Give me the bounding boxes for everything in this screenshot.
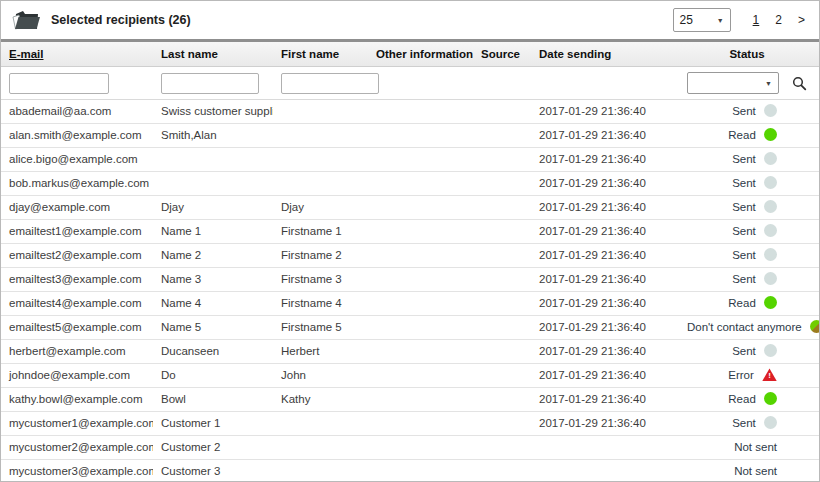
cell-status: Sent [679, 412, 819, 436]
cell-status: Not sent [679, 460, 819, 482]
cell-email: alan.smith@example.com [1, 124, 153, 148]
cell-status: Sent [679, 100, 819, 124]
page-size-select[interactable]: 25 ▼ [673, 8, 731, 32]
cell-other-informations [368, 412, 473, 436]
status-icon [764, 224, 777, 237]
cell-other-informations [368, 364, 473, 388]
cell-first-name: Firstname 1 [273, 220, 368, 244]
cell-first-name: John [273, 364, 368, 388]
table-row: bob.markus@example.com 2017-01-29 21:36:… [1, 172, 819, 196]
cell-source [473, 172, 531, 196]
last-name-filter-input[interactable] [161, 73, 259, 94]
cell-first-name: Djay [273, 196, 368, 220]
cell-other-informations [368, 172, 473, 196]
status-label: Don't contact anymore [687, 321, 802, 333]
cell-last-name: Name 5 [153, 316, 273, 340]
table-row: emailtest5@example.com Name 5 Firstname … [1, 316, 819, 340]
recipient-rows: abademail@aa.com Swiss customer supplier… [1, 100, 819, 482]
cell-status: Sent [679, 244, 819, 268]
cell-first-name: Herbert [273, 340, 368, 364]
status-label: Read [728, 129, 756, 141]
cell-other-informations [368, 292, 473, 316]
cell-status: Not sent [679, 436, 819, 460]
cell-source [473, 388, 531, 412]
cell-status: Read [679, 292, 819, 316]
table-row: emailtest3@example.com Name 3 Firstname … [1, 268, 819, 292]
table-row: mycustomer1@example.com Customer 1 2017-… [1, 412, 819, 436]
status-label: Not sent [734, 465, 777, 477]
cell-status: Sent [679, 196, 819, 220]
cell-date-sending: 2017-01-29 21:36:40 [531, 292, 679, 316]
table-row: johndoe@example.com Do John 2017-01-29 2… [1, 364, 819, 388]
cell-date-sending: 2017-01-29 21:36:40 [531, 364, 679, 388]
cell-email: kathy.bowl@example.com [1, 388, 153, 412]
cell-other-informations [368, 340, 473, 364]
status-label: Sent [732, 153, 756, 165]
cell-email: emailtest5@example.com [1, 316, 153, 340]
cell-date-sending: 2017-01-29 21:36:40 [531, 220, 679, 244]
status-filter-select[interactable]: ▼ [687, 72, 779, 94]
cell-other-informations [368, 316, 473, 340]
cell-email: abademail@aa.com [1, 100, 153, 124]
cell-last-name: Swiss customer supplier [153, 100, 273, 124]
folder-icon [11, 7, 41, 33]
cell-date-sending: 2017-01-29 21:36:40 [531, 148, 679, 172]
filter-empty-date [531, 67, 679, 100]
cell-source [473, 100, 531, 124]
cell-last-name: Bowl [153, 388, 273, 412]
cell-email: mycustomer3@example.com [1, 460, 153, 482]
cell-source [473, 340, 531, 364]
cell-last-name: Ducanseen [153, 340, 273, 364]
cell-date-sending: 2017-01-29 21:36:40 [531, 388, 679, 412]
status-label: Sent [732, 417, 756, 429]
cell-first-name [273, 412, 368, 436]
status-label: Error [728, 369, 754, 381]
cell-email: emailtest2@example.com [1, 244, 153, 268]
status-label: Sent [732, 105, 756, 117]
cell-date-sending: 2017-01-29 21:36:40 [531, 124, 679, 148]
search-icon[interactable] [792, 76, 807, 91]
cell-last-name: Do [153, 364, 273, 388]
table-row: alan.smith@example.com Smith,Alan 2017-0… [1, 124, 819, 148]
page-link-2[interactable]: 2 [775, 13, 782, 27]
cell-email: mycustomer1@example.com [1, 412, 153, 436]
cell-source [473, 460, 531, 482]
next-page-link[interactable]: > [798, 13, 805, 27]
cell-source [473, 196, 531, 220]
filter-empty-source [473, 67, 531, 100]
filter-empty-other [368, 67, 473, 100]
column-header-other-informations: Other informations [368, 41, 473, 67]
cell-last-name: Djay [153, 196, 273, 220]
cell-last-name: Name 2 [153, 244, 273, 268]
cell-first-name: Firstname 2 [273, 244, 368, 268]
page-link-1[interactable]: 1 [753, 13, 760, 27]
cell-status: Sent [679, 172, 819, 196]
status-icon [764, 248, 777, 261]
cell-date-sending: 2017-01-29 21:36:40 [531, 196, 679, 220]
cell-date-sending: 2017-01-29 21:36:40 [531, 340, 679, 364]
first-name-filter-input[interactable] [281, 73, 379, 94]
cell-source [473, 412, 531, 436]
cell-date-sending: 2017-01-29 21:36:40 [531, 100, 679, 124]
status-label: Read [728, 393, 756, 405]
cell-status: Error [679, 364, 819, 388]
cell-first-name: Kathy [273, 388, 368, 412]
email-filter-input[interactable] [9, 73, 109, 94]
cell-source [473, 292, 531, 316]
status-label: Sent [732, 249, 756, 261]
cell-first-name [273, 172, 368, 196]
cell-other-informations [368, 460, 473, 482]
table-row: herbert@example.com Ducanseen Herbert 20… [1, 340, 819, 364]
status-icon [764, 416, 777, 429]
table-row: mycustomer2@example.com Customer 2 Not s… [1, 436, 819, 460]
cell-last-name: Customer 3 [153, 460, 273, 482]
cell-last-name [153, 148, 273, 172]
column-header-email[interactable]: E-mail [9, 48, 44, 60]
cell-source [473, 436, 531, 460]
cell-email: emailtest4@example.com [1, 292, 153, 316]
status-icon [764, 392, 777, 405]
cell-date-sending: 2017-01-29 21:36:40 [531, 316, 679, 340]
cell-last-name: Smith,Alan [153, 124, 273, 148]
status-label: Read [728, 297, 756, 309]
cell-source [473, 316, 531, 340]
